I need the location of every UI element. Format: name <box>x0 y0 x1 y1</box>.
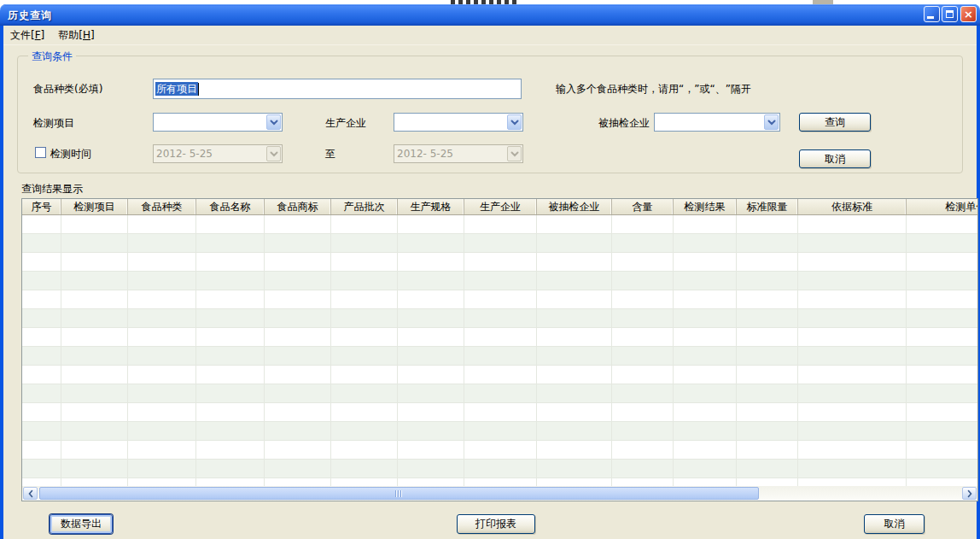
table-cell <box>265 460 331 478</box>
query-button[interactable]: 查询 <box>799 113 871 132</box>
export-data-button[interactable]: 数据导出 <box>50 514 113 534</box>
food-type-input[interactable]: 所有项目 <box>153 79 522 99</box>
table-cell <box>464 478 537 486</box>
table-cell <box>798 290 907 309</box>
column-header-2[interactable]: 食品种类 <box>128 199 196 214</box>
table-cell <box>265 253 331 272</box>
table-row[interactable] <box>22 422 977 441</box>
table-cell <box>907 384 977 403</box>
combo-dropdown-button[interactable] <box>266 114 281 130</box>
table-cell <box>196 460 265 478</box>
footer-cancel-button[interactable]: 取消 <box>864 514 925 534</box>
producer-combobox[interactable] <box>394 113 523 132</box>
column-header-3[interactable]: 食品名称 <box>196 199 265 214</box>
table-cell <box>398 478 464 486</box>
panel-cancel-button[interactable]: 取消 <box>799 149 871 168</box>
table-cell <box>265 328 331 347</box>
test-time-checkbox[interactable] <box>35 147 46 158</box>
table-row[interactable] <box>22 347 977 366</box>
column-header-8[interactable]: 被抽检企业 <box>537 199 612 214</box>
table-cell <box>398 384 464 403</box>
column-header-6[interactable]: 生产规格 <box>398 199 464 214</box>
table-cell <box>22 366 61 384</box>
table-cell <box>464 290 537 309</box>
table-cell <box>398 253 464 272</box>
test-item-combobox[interactable] <box>153 113 283 132</box>
scrollbar-track[interactable] <box>38 486 961 501</box>
table-cell <box>61 478 128 486</box>
table-cell <box>907 234 977 253</box>
table-row[interactable] <box>22 366 977 384</box>
food-type-label: 食品种类(必填) <box>33 82 102 97</box>
combo-dropdown-button <box>507 146 522 161</box>
table-row[interactable] <box>22 272 977 290</box>
table-cell <box>798 253 907 272</box>
window-title: 历史查询 <box>8 9 52 23</box>
results-body <box>22 215 977 486</box>
column-header-12[interactable]: 依据标准 <box>798 199 907 214</box>
table-cell <box>674 478 737 486</box>
table-cell <box>331 441 398 460</box>
table-cell <box>674 234 737 253</box>
table-row[interactable] <box>22 403 977 422</box>
table-cell <box>196 366 265 384</box>
table-row[interactable] <box>22 384 977 403</box>
table-row[interactable] <box>22 441 977 460</box>
scroll-right-button[interactable] <box>962 487 977 500</box>
column-header-0[interactable]: 序号 <box>22 199 61 214</box>
column-header-10[interactable]: 检测结果 <box>674 199 737 214</box>
table-cell <box>907 215 977 234</box>
table-cell <box>128 384 196 403</box>
combo-dropdown-button[interactable] <box>507 114 522 130</box>
table-cell <box>61 403 128 422</box>
table-cell <box>798 384 907 403</box>
table-cell <box>128 272 196 290</box>
table-cell <box>612 403 674 422</box>
table-cell <box>331 309 398 328</box>
column-header-4[interactable]: 食品商标 <box>265 199 331 214</box>
combo-dropdown-button[interactable] <box>764 114 779 130</box>
table-cell <box>331 347 398 366</box>
table-cell <box>464 253 537 272</box>
table-cell <box>907 309 977 328</box>
table-cell <box>537 366 612 384</box>
table-row[interactable] <box>22 234 977 253</box>
table-cell <box>674 215 737 234</box>
table-cell <box>612 309 674 328</box>
table-row[interactable] <box>22 253 977 272</box>
print-report-button[interactable]: 打印报表 <box>457 514 535 534</box>
table-cell <box>464 366 537 384</box>
column-header-11[interactable]: 标准限量 <box>737 199 798 214</box>
column-header-5[interactable]: 产品批次 <box>331 199 398 214</box>
table-cell <box>22 215 61 234</box>
scrollbar-thumb[interactable] <box>39 487 759 500</box>
table-cell <box>22 403 61 422</box>
column-header-7[interactable]: 生产企业 <box>464 199 537 214</box>
table-row[interactable] <box>22 460 977 478</box>
table-row[interactable] <box>22 478 977 486</box>
table-cell <box>907 366 977 384</box>
horizontal-scrollbar[interactable] <box>22 486 977 501</box>
scroll-left-button[interactable] <box>23 487 38 500</box>
minimize-button[interactable] <box>924 6 940 22</box>
menu-item-file[interactable]: 文件[F] <box>3 26 51 44</box>
table-cell <box>196 290 265 309</box>
column-header-13[interactable]: 检测单位 <box>907 199 977 214</box>
chevron-down-icon <box>270 151 278 157</box>
table-cell <box>612 347 674 366</box>
menu-item-help[interactable]: 帮助[H] <box>51 26 101 44</box>
table-cell <box>398 328 464 347</box>
maximize-button[interactable] <box>942 6 958 22</box>
table-row[interactable] <box>22 309 977 328</box>
sampled-company-label: 被抽检企业 <box>598 116 650 131</box>
sampled-company-combobox[interactable] <box>654 113 780 132</box>
column-header-9[interactable]: 含量 <box>612 199 674 214</box>
table-row[interactable] <box>22 290 977 309</box>
table-row[interactable] <box>22 328 977 347</box>
table-cell <box>464 384 537 403</box>
close-button[interactable]: × <box>960 6 977 22</box>
table-cell <box>737 384 798 403</box>
window-titlebar[interactable]: 历史查询 <box>0 4 980 26</box>
table-row[interactable] <box>22 215 977 234</box>
column-header-1[interactable]: 检测项目 <box>61 199 128 214</box>
